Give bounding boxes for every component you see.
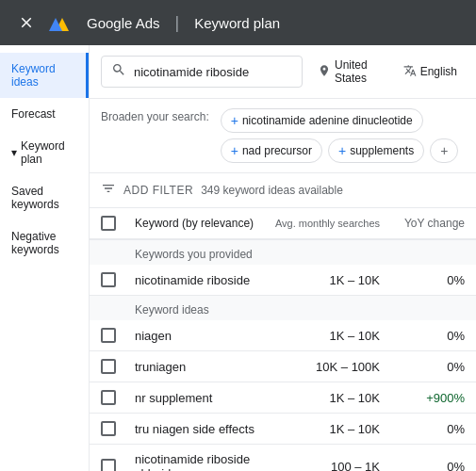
yoy-cell: 0%	[380, 329, 465, 343]
searches-cell: 1K – 10K	[267, 391, 380, 405]
search-input-wrapper[interactable]	[101, 56, 303, 88]
chip-label: supplements	[350, 144, 414, 157]
search-input[interactable]	[134, 65, 292, 79]
yoy-cell: 0%	[380, 422, 465, 436]
row-checkbox[interactable]	[101, 421, 135, 436]
table-row[interactable]: nicotinamide riboside chloride 100 – 1K …	[90, 445, 476, 471]
searches-cell: 1K – 10K	[267, 329, 380, 343]
row-checkbox[interactable]	[101, 359, 135, 374]
table-row[interactable]: tru niagen side effects 1K – 10K 0%	[90, 414, 476, 445]
yoy-cell: +900%	[380, 391, 465, 405]
broaden-chip-2[interactable]: + nad precursor	[221, 138, 322, 163]
broaden-chip-1[interactable]: + nicotinamide adenine dinucleotide	[221, 108, 423, 133]
broaden-chips: + nicotinamide adenine dinucleotide + na…	[221, 108, 465, 163]
table-row[interactable]: niagen 1K – 10K 0%	[90, 320, 476, 351]
app-name: Google Ads	[87, 15, 160, 31]
table-header: Keyword (by relevance) Avg. monthly sear…	[90, 208, 476, 240]
yoy-cell: 0%	[380, 460, 465, 472]
filter-bar: ADD FILTER 349 keyword ideas available	[90, 173, 476, 208]
chip-label: nad precursor	[242, 144, 312, 157]
col-header-keyword[interactable]: Keyword (by relevance)	[135, 217, 267, 230]
broaden-more-button[interactable]: +	[430, 138, 458, 163]
search-icon	[111, 62, 126, 81]
keyword-cell: nr supplement	[135, 391, 267, 405]
sidebar-item-saved-keywords[interactable]: Saved keywords	[0, 175, 89, 220]
keyword-cell: tru niagen side effects	[135, 422, 267, 436]
chevron-down-icon: ▾	[11, 146, 17, 159]
plus-icon: +	[338, 143, 346, 158]
broaden-label: Broaden your search:	[101, 108, 209, 123]
sidebar-item-label: Forecast	[11, 107, 56, 121]
close-button[interactable]	[15, 11, 38, 34]
row-checkbox[interactable]	[101, 459, 135, 471]
sidebar-item-label: Keyword plan	[21, 139, 77, 166]
searches-cell: 100 – 1K	[267, 460, 380, 472]
sidebar: Keyword ideas Forecast ▾ Keyword plan Sa…	[0, 45, 90, 471]
broaden-section: Broaden your search: + nicotinamide aden…	[90, 99, 476, 173]
table-row[interactable]: nicotinamide riboside 1K – 10K 0%	[90, 265, 476, 296]
row-checkbox[interactable]	[101, 328, 135, 343]
filter-count: 349 keyword ideas available	[201, 184, 343, 197]
plus-icon: +	[231, 143, 238, 158]
main-content: United States English Broaden your searc…	[90, 45, 476, 471]
language-chip[interactable]: English	[396, 60, 465, 84]
keyword-cell: nicotinamide riboside	[135, 273, 267, 287]
section-provided: Keywords you provided	[90, 240, 476, 265]
sidebar-item-label: Keyword ideas	[11, 62, 74, 89]
sidebar-item-keyword-ideas[interactable]: Keyword ideas	[0, 53, 89, 98]
table-row[interactable]: truniagen 10K – 100K 0%	[90, 351, 476, 382]
row-checkbox[interactable]	[101, 272, 135, 287]
keyword-cell: truniagen	[135, 360, 267, 374]
add-filter-button[interactable]: ADD FILTER	[123, 184, 193, 197]
checkbox-all[interactable]	[101, 216, 116, 231]
section-ideas: Keyword ideas	[90, 296, 476, 320]
keyword-cell: nicotinamide riboside chloride	[135, 452, 267, 471]
col-header-searches: Avg. monthly searches	[267, 218, 380, 229]
sidebar-item-keyword-plan[interactable]: ▾ Keyword plan	[0, 130, 89, 175]
row-checkbox[interactable]	[101, 390, 135, 405]
plus-icon: +	[231, 113, 238, 128]
table-row[interactable]: nr supplement 1K – 10K +900%	[90, 382, 476, 414]
select-all-checkbox[interactable]	[101, 216, 135, 231]
chip-label: nicotinamide adenine dinucleotide	[242, 114, 413, 127]
searches-cell: 1K – 10K	[267, 422, 380, 436]
searches-cell: 1K – 10K	[267, 273, 380, 287]
language-label: English	[420, 65, 457, 78]
search-bar: United States English	[90, 45, 476, 99]
location-pin-icon	[318, 64, 331, 80]
sidebar-item-negative-keywords[interactable]: Negative keywords	[0, 220, 89, 266]
col-header-yoy: YoY change	[380, 217, 465, 230]
location-label: United States	[335, 58, 381, 85]
keyword-cell: niagen	[135, 329, 267, 343]
google-ads-logo	[49, 13, 75, 32]
translate-icon	[403, 64, 417, 80]
sidebar-item-label: Saved keywords	[11, 185, 77, 211]
yoy-cell: 0%	[380, 273, 465, 287]
header-divider: |	[175, 13, 180, 33]
sidebar-item-forecast[interactable]: Forecast	[0, 98, 89, 130]
app-header: Google Ads | Keyword plan	[0, 0, 476, 45]
filter-icon	[101, 181, 116, 200]
broaden-chip-3[interactable]: + supplements	[328, 138, 424, 163]
sidebar-item-label: Negative keywords	[11, 230, 77, 256]
yoy-cell: 0%	[380, 360, 465, 374]
searches-cell: 10K – 100K	[267, 360, 380, 374]
location-chip[interactable]: United States	[310, 55, 388, 89]
page-title: Keyword plan	[194, 15, 280, 31]
main-layout: Keyword ideas Forecast ▾ Keyword plan Sa…	[0, 45, 476, 471]
